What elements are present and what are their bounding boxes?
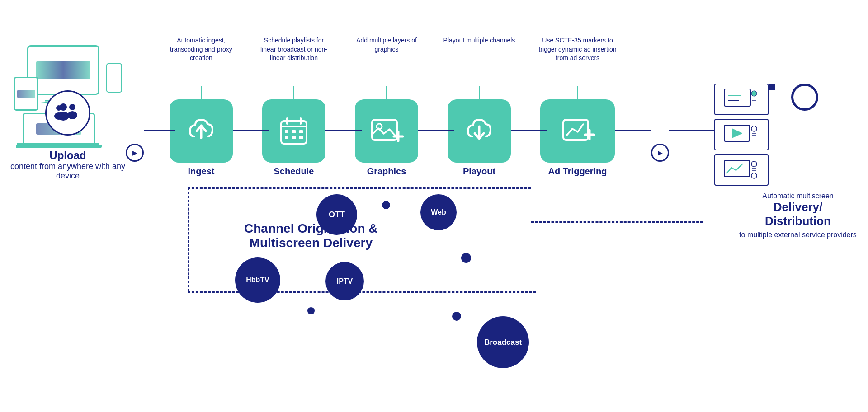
bubble-broadcast: Broadcast xyxy=(477,316,529,368)
graphics-icon xyxy=(368,113,405,149)
ad-box xyxy=(540,99,615,163)
tablet-wave xyxy=(17,90,35,98)
delivery-icon-box-2 xyxy=(714,119,769,150)
schedule-desc-line xyxy=(293,86,294,99)
upload-subtitle: content from anywhere with any device xyxy=(9,162,127,181)
connector-arrow-1 xyxy=(126,144,144,162)
schedule-label: Schedule xyxy=(262,166,326,177)
playout-desc-line xyxy=(479,86,480,99)
bubble-iptv: IPTV xyxy=(326,262,364,300)
dashed-line-right-top xyxy=(531,221,703,223)
monitor-wave xyxy=(36,61,90,79)
delivery-title: Delivery/Distribution xyxy=(739,200,857,228)
connector-arrow-2 xyxy=(651,144,669,162)
step-schedule: Schedule playlists for linear broadcast … xyxy=(262,99,326,177)
delivery-icon-box-1 xyxy=(714,84,769,115)
ingest-desc-line xyxy=(201,86,202,99)
h-line-6 xyxy=(615,130,651,131)
upload-devices xyxy=(14,45,122,145)
svg-rect-13 xyxy=(292,130,296,133)
svg-point-7 xyxy=(54,112,63,120)
schedule-icon xyxy=(276,113,312,149)
svg-point-29 xyxy=(751,91,757,96)
ad-desc-line xyxy=(577,86,578,99)
svg-point-6 xyxy=(56,105,61,111)
device-mobile xyxy=(106,63,122,93)
h-line-7 xyxy=(669,130,714,131)
delivery-subtitle: to multiple external service providers xyxy=(739,231,857,239)
playout-icon xyxy=(461,113,497,149)
ad-description: Use SCTE-35 markers to trigger dynamic a… xyxy=(535,36,621,63)
ad-label: Ad Triggering xyxy=(540,166,615,177)
h-line-2 xyxy=(233,130,269,131)
delivery-prefix: Automatic multiscreen xyxy=(739,192,857,200)
graphics-description: Add multiple layers of graphics xyxy=(350,36,423,54)
channel-section: Channel Origination & Multiscreen Delive… xyxy=(244,221,378,250)
dashed-line-top xyxy=(188,187,531,189)
svg-point-34 xyxy=(751,126,757,131)
svg-rect-16 xyxy=(292,136,296,139)
delivery-icons-left xyxy=(714,84,773,186)
dot-3 xyxy=(307,307,315,314)
delivery-screen-1 xyxy=(723,88,760,111)
laptop-base xyxy=(16,145,102,148)
diagram-container: Upload content from anywhere with any de… xyxy=(0,0,868,412)
playout-description: Playout multiple channels xyxy=(443,36,515,45)
graphics-box xyxy=(355,99,418,163)
bubble-hbbtv: HbbTV xyxy=(235,258,280,303)
ingest-icon xyxy=(183,113,219,149)
dot-4 xyxy=(452,312,461,321)
ingest-label: Ingest xyxy=(170,166,233,177)
channel-title: Channel Origination & Multiscreen Delive… xyxy=(244,221,378,250)
step-graphics: Add multiple layers of graphics Graphics xyxy=(355,99,418,177)
svg-point-4 xyxy=(69,104,75,110)
svg-point-38 xyxy=(751,161,757,167)
playout-label: Playout xyxy=(448,166,511,177)
dashed-line-left xyxy=(188,187,189,291)
dot-1 xyxy=(382,201,390,209)
upload-section: Upload content from anywhere with any de… xyxy=(9,45,127,181)
step-ingest: Automatic ingest, transcoding and proxy … xyxy=(170,99,233,177)
bubble-ott: OTT xyxy=(316,194,357,235)
h-line-3 xyxy=(326,130,362,131)
step-playout: Playout multiple channels Playout xyxy=(448,99,511,177)
delivery-screen-2 xyxy=(723,123,760,146)
upload-label: Upload content from anywhere with any de… xyxy=(9,149,127,181)
bubble-web: Web xyxy=(420,194,457,230)
svg-rect-14 xyxy=(299,130,303,133)
users-circle xyxy=(45,90,90,136)
device-tablet xyxy=(14,77,38,111)
h-line-5 xyxy=(511,130,547,131)
delivery-label: Automatic multiscreen Delivery/Distribut… xyxy=(739,192,857,239)
playout-box xyxy=(448,99,511,163)
svg-rect-37 xyxy=(724,160,750,177)
h-line-4 xyxy=(418,130,454,131)
svg-point-41 xyxy=(751,173,757,178)
big-circle-decoration xyxy=(791,84,818,111)
schedule-description: Schedule playlists for linear broadcast … xyxy=(258,36,330,63)
graphics-desc-line xyxy=(386,86,387,99)
upload-title: Upload xyxy=(9,149,127,162)
dot-2 xyxy=(461,253,471,263)
users-icon xyxy=(54,102,81,124)
svg-point-5 xyxy=(67,111,77,119)
ingest-box xyxy=(170,99,233,163)
step-ad-triggering: Use SCTE-35 markers to trigger dynamic a… xyxy=(540,99,615,177)
graphics-label: Graphics xyxy=(355,166,418,177)
svg-rect-15 xyxy=(285,136,288,139)
ingest-description: Automatic ingest, transcoding and proxy … xyxy=(165,36,237,63)
schedule-box xyxy=(262,99,326,163)
svg-marker-33 xyxy=(732,129,742,138)
svg-rect-12 xyxy=(285,130,288,133)
ad-icon xyxy=(560,113,596,149)
delivery-icon-box-3 xyxy=(714,154,769,186)
svg-rect-17 xyxy=(299,136,303,139)
delivery-screen-3 xyxy=(723,159,760,181)
h-line-1 xyxy=(144,130,175,131)
square-decoration xyxy=(769,84,775,90)
